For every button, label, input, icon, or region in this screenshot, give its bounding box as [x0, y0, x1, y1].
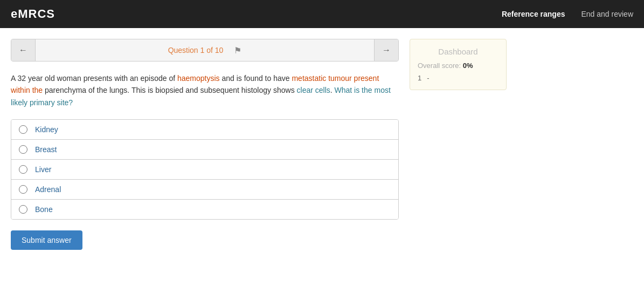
text-normal-2: and is found to have: [220, 74, 292, 83]
answer-option-liver[interactable]: Liver: [11, 160, 398, 180]
flag-icon[interactable]: ⚑: [234, 45, 241, 56]
logo: eMRCS: [11, 7, 55, 21]
dashboard-box: Dashboard Overall score: 0% 1 -: [410, 39, 507, 90]
text-normal-4: .: [330, 86, 335, 94]
answer-option-kidney[interactable]: Kidney: [11, 120, 398, 140]
overall-score-label: Overall score:: [418, 62, 461, 70]
question-text: A 32 year old woman presents with an epi…: [11, 72, 399, 108]
nav-end-review[interactable]: End and review: [581, 10, 633, 18]
question-nav-bar: ← Question 1 of 10 ⚑ →: [11, 39, 399, 62]
label-bone: Bone: [35, 205, 53, 214]
answer-option-bone[interactable]: Bone: [11, 200, 398, 219]
sidebar: Dashboard Overall score: 0% 1 -: [410, 39, 507, 250]
overall-score: Overall score: 0%: [418, 62, 498, 70]
overall-score-value: 0%: [463, 62, 473, 70]
dashboard-title: Dashboard: [418, 47, 498, 56]
header-nav: Reference ranges End and review: [502, 10, 633, 18]
radio-liver[interactable]: [19, 165, 27, 174]
score-grid: 1 -: [418, 74, 498, 82]
header: eMRCS Reference ranges End and review: [0, 0, 644, 28]
label-liver: Liver: [35, 165, 51, 174]
radio-kidney[interactable]: [19, 125, 27, 134]
score-num: 1: [418, 74, 421, 82]
text-normal-1: A 32 year old woman presents with an epi…: [11, 74, 177, 83]
text-normal-3: parenchyma of the lungs. This is biopsie…: [43, 86, 296, 94]
radio-bone[interactable]: [19, 205, 27, 214]
submit-button[interactable]: Submit answer: [11, 230, 82, 250]
label-breast: Breast: [35, 145, 57, 154]
score-val: -: [427, 74, 429, 82]
question-label: Question 1 of 10: [168, 46, 224, 55]
next-button[interactable]: →: [374, 39, 398, 61]
nav-reference-ranges[interactable]: Reference ranges: [502, 10, 565, 18]
answer-options: Kidney Breast Liver Adrenal Bone: [11, 119, 399, 220]
text-highlight-haemoptysis: haemoptysis: [177, 74, 220, 83]
text-highlight-clear-cells: clear cells: [297, 86, 330, 94]
label-kidney: Kidney: [35, 125, 58, 134]
question-area: ← Question 1 of 10 ⚑ → A 32 year old wom…: [11, 39, 399, 250]
label-adrenal: Adrenal: [35, 185, 61, 194]
answer-option-breast[interactable]: Breast: [11, 140, 398, 160]
prev-button[interactable]: ←: [11, 39, 36, 61]
main-container: ← Question 1 of 10 ⚑ → A 32 year old wom…: [0, 28, 644, 261]
nav-center: Question 1 of 10 ⚑: [36, 45, 374, 56]
radio-adrenal[interactable]: [19, 185, 27, 194]
answer-option-adrenal[interactable]: Adrenal: [11, 180, 398, 200]
radio-breast[interactable]: [19, 145, 27, 154]
